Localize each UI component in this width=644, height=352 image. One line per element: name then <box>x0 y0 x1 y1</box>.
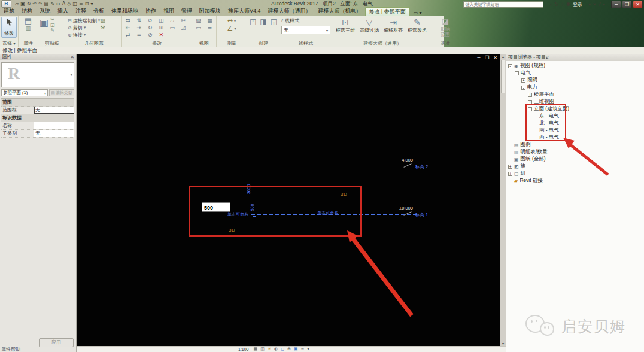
apply-button[interactable]: 应用 <box>39 338 74 347</box>
modeling-master-button[interactable]: ✎ 框选改名 <box>405 17 429 40</box>
tree-item-label[interactable]: 族 <box>521 163 526 170</box>
view-control-icon[interactable]: ≡ <box>300 347 304 352</box>
modify-tool-icon[interactable]: ↻ <box>145 24 155 31</box>
property-row[interactable]: 子类别 无 <box>1 130 74 138</box>
tree-item[interactable]: ▤ 图例 <box>506 141 644 148</box>
view-window-control-button[interactable]: ✕ <box>493 55 497 60</box>
element-properties-icon[interactable]: ▥ <box>20 25 37 31</box>
ribbon-tab[interactable]: 族库大师V4.4 <box>224 7 265 16</box>
modify-tool-icon[interactable]: ◫ <box>157 17 166 24</box>
properties-icon[interactable]: ▤ <box>20 17 37 25</box>
create-tool-icon[interactable]: ◱ <box>269 17 278 26</box>
tree-item-label[interactable]: 照明 <box>527 77 537 84</box>
modify-tool-icon[interactable]: ⇄ <box>123 31 133 38</box>
view-tool-icon[interactable]: ▦ <box>205 17 215 24</box>
contextual-tab-modify-reference-plane[interactable]: 修改 | 参照平面 <box>365 7 410 16</box>
ribbon-tab[interactable]: 建筑 <box>0 7 18 16</box>
geometry-tool[interactable]: ⊘ 剪切 ▾ <box>68 24 100 31</box>
property-row[interactable]: 范围 <box>1 99 74 107</box>
close-icon[interactable]: ✕ <box>70 54 74 60</box>
modeling-master-button[interactable]: ⇥ 偏移对齐 <box>381 17 405 40</box>
tree-item[interactable]: + ◩ 族 <box>506 163 644 170</box>
view-control-icon[interactable]: ⊕ <box>287 347 291 352</box>
modify-tool-icon[interactable]: ✂ <box>179 17 189 24</box>
ribbon-tab[interactable]: 系统 <box>36 7 54 16</box>
ribbon-toggle-icon[interactable]: ▾ <box>419 10 421 16</box>
paste-icon[interactable]: ▣ <box>40 17 48 40</box>
property-value[interactable]: 无 <box>34 107 74 114</box>
tree-item-label[interactable]: 图例 <box>521 141 531 148</box>
properties-help-link[interactable]: 属性帮助 <box>1 346 20 352</box>
tree-item-label[interactable]: 明细表/数量 <box>521 148 548 156</box>
help-icon[interactable]: ✕ <box>593 1 597 8</box>
project-browser-title[interactable]: 项目浏览器 - 项目2 <box>506 54 644 61</box>
properties-palette-header[interactable]: 属性 ✕ <box>0 54 76 60</box>
chevron-down-icon[interactable]: ▾ <box>70 72 72 77</box>
tree-expander-icon[interactable]: - <box>508 64 512 68</box>
ribbon-tab[interactable]: 建模大师（机电） <box>315 7 365 16</box>
modify-tool-icon[interactable]: ⊘ <box>145 31 155 38</box>
panel-label-select[interactable]: 选择 ▾ <box>0 40 18 47</box>
ribbon-tab[interactable]: 视图 <box>160 7 178 16</box>
level-1-name[interactable]: 标高 1 <box>415 212 428 218</box>
chevron-down-icon[interactable]: ▾ <box>84 25 86 30</box>
ribbon-tab[interactable]: 管理 <box>178 7 196 16</box>
geometry-side-icon[interactable]: ▨ <box>100 17 105 24</box>
modify-tool-icon[interactable]: ▭ <box>168 24 177 31</box>
view-tool-icon[interactable]: ▭ <box>193 24 203 31</box>
tree-item-label[interactable]: 图纸 (全部) <box>521 156 546 163</box>
clipboard-tool-icon[interactable]: ◱ <box>50 22 55 28</box>
modeling-master-button[interactable]: ⊡ 框选三维 <box>333 17 357 40</box>
tree-item[interactable]: + 楼层平面 <box>506 91 644 98</box>
tree-item-label[interactable]: Revit 链接 <box>520 177 543 184</box>
modify-tool-icon[interactable]: ⇤ <box>123 24 133 31</box>
ribbon-tab[interactable]: 附加模块 <box>196 7 224 16</box>
clipboard-tool-icon[interactable]: ✂ <box>50 17 55 22</box>
ribbon-tab[interactable]: 插入 <box>54 7 72 16</box>
tree-item[interactable]: - 电气 <box>506 69 644 77</box>
tree-expander-icon[interactable]: + <box>508 165 512 169</box>
level-2-name[interactable]: 标高 2 <box>415 164 428 170</box>
type-selector-preview[interactable]: R ▾ <box>1 62 74 87</box>
tree-item-label[interactable]: 电气 <box>521 69 531 77</box>
property-row[interactable]: 范围框 无 <box>1 107 74 114</box>
tree-item-label[interactable]: 组 <box>521 170 526 177</box>
help-icon[interactable]: ? <box>599 1 601 8</box>
measure-tool[interactable]: ↔ ▾ <box>218 17 245 25</box>
scrollbar-thumb[interactable] <box>501 60 505 93</box>
tree-item-label[interactable]: 楼层平面 <box>534 91 554 98</box>
modeling-master-button[interactable]: ▽ 高级过滤 <box>357 17 381 40</box>
geometry-tool[interactable]: ⊟ 连接端切割 ▾ <box>68 17 100 24</box>
measure-tool[interactable]: ∠ ▾ <box>218 25 245 32</box>
modify-tool-icon[interactable]: ⇥ <box>135 24 144 31</box>
property-row[interactable]: 名称 <box>1 122 74 130</box>
help-search-input[interactable] <box>463 1 543 8</box>
level-1-elevation[interactable]: ±0.000 <box>384 205 413 211</box>
infocenter-icon[interactable]: ↻ <box>554 1 558 8</box>
tree-expander-icon[interactable]: + <box>528 93 532 97</box>
view-control-icon[interactable]: ◻ <box>281 347 284 352</box>
tree-item-label[interactable]: 视图 (规程) <box>520 62 545 69</box>
modify-tool-icon[interactable]: ▱ <box>168 17 177 24</box>
modify-tool-icon[interactable]: ↺ <box>145 17 155 24</box>
edit-type-button[interactable]: ▤ 编辑类型 <box>49 89 74 96</box>
tree-item[interactable]: + ▢ 组 <box>506 170 644 177</box>
modify-tool-icon[interactable]: ⇆ <box>123 17 133 24</box>
view-tool-icon[interactable]: ▧ <box>193 17 203 24</box>
view-control-icon[interactable]: ▣ <box>294 347 298 352</box>
view-scale[interactable]: 1:100 <box>238 347 249 352</box>
ribbon-toggle-icon[interactable]: ▭ <box>414 10 418 16</box>
create-tool-icon[interactable]: ◰ <box>248 17 257 26</box>
tree-expander-icon[interactable]: + <box>528 100 532 104</box>
tree-item-label[interactable]: 电力 <box>527 84 537 91</box>
chevron-down-icon[interactable]: ▾ <box>234 19 236 23</box>
modify-tool-icon[interactable]: ≡ <box>135 31 144 38</box>
infocenter-icon[interactable]: ⌕ <box>549 1 552 8</box>
view-control-icon[interactable]: ▾ <box>307 347 309 352</box>
clipboard-tool-icon[interactable]: ✎ <box>50 28 55 33</box>
scroll-down-icon[interactable]: ▾ <box>500 341 506 346</box>
ribbon-tab[interactable]: 结构 <box>18 7 36 16</box>
view-tool-icon[interactable]: ≣ <box>205 24 215 31</box>
modify-tool-icon[interactable]: ⇅ <box>135 17 144 24</box>
property-row[interactable]: 标识数据 <box>1 114 74 122</box>
